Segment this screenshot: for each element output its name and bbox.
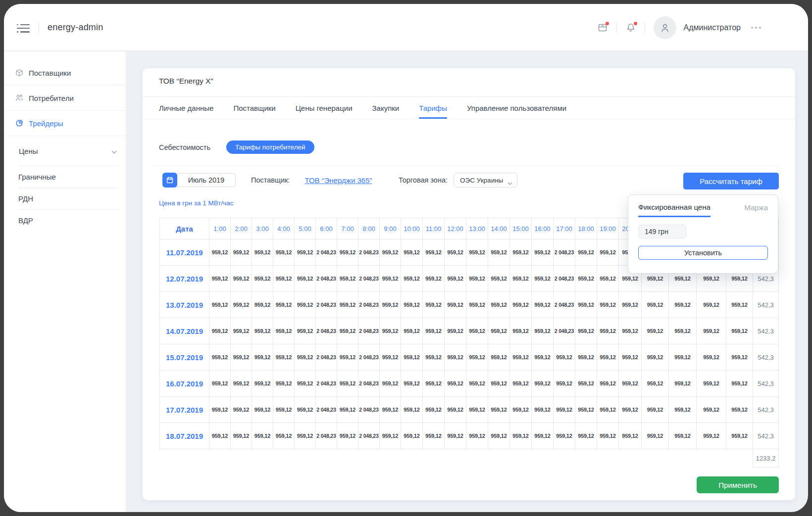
value-cell: 959,12 — [401, 397, 423, 423]
footer-total-cell: 1233,2 — [753, 449, 779, 468]
more-menu-icon[interactable] — [751, 27, 761, 29]
inbox-icon[interactable] — [597, 22, 608, 33]
value-cell: 959,12 — [488, 292, 510, 318]
value-cell: 959,12 — [231, 292, 252, 318]
value-cell: 959,12 — [337, 318, 358, 344]
hamburger-menu-icon[interactable] — [17, 22, 30, 35]
value-cell: 959,12 — [597, 371, 619, 397]
date-cell[interactable]: 15.07.2019 — [160, 344, 209, 371]
topbar: energy-admin — [4, 4, 808, 51]
sidebar-item-boundary-prices[interactable]: Граничные — [18, 166, 119, 188]
tab-user-management[interactable]: Управление пользователями — [467, 97, 566, 119]
date-cell[interactable]: 18.07.2019 — [160, 423, 209, 449]
value-cell: 959,12 — [209, 344, 231, 371]
value-cell: 959,12 — [445, 239, 466, 266]
calendar-icon[interactable] — [162, 173, 177, 188]
avatar[interactable] — [654, 16, 676, 39]
value-cell: 959,12 — [273, 397, 295, 423]
tab-purchases[interactable]: Закупки — [372, 97, 400, 119]
value-cell: 959,12 — [726, 371, 753, 397]
value-cell: 959,12 — [597, 344, 619, 371]
value-cell: 959,12 — [532, 266, 554, 292]
value-cell: 959,12 — [252, 239, 273, 266]
value-cell: 959,12 — [726, 292, 753, 318]
value-cell: 959,12 — [252, 266, 273, 292]
value-cell: 2 048,23 — [316, 239, 337, 266]
value-cell: 959,12 — [642, 318, 669, 344]
user-name[interactable]: Администратор — [684, 23, 741, 32]
tab-suppliers[interactable]: Поставщики — [233, 97, 275, 119]
value-cell: 959,12 — [337, 266, 358, 292]
value-cell: 959,12 — [273, 239, 295, 266]
zone-filter: Торговая зона: ОЭС Украины — [399, 173, 517, 188]
value-cell: 959,12 — [697, 371, 726, 397]
zone-select[interactable]: ОЭС Украины — [454, 173, 517, 188]
hour-column-header: 3:00 — [252, 218, 273, 239]
value-cell: 959,12 — [209, 292, 231, 318]
sidebar-item-suppliers[interactable]: Поставщики — [4, 60, 126, 86]
sum-cell: 542,3 — [753, 344, 779, 371]
date-cell[interactable]: 12.07.2019 — [160, 266, 209, 292]
sidebar-item-rdn[interactable]: РДН — [18, 188, 119, 209]
value-cell: 959,12 — [575, 239, 597, 266]
value-cell: 959,12 — [295, 371, 316, 397]
sidebar-item-consumers[interactable]: Потребители — [4, 86, 126, 111]
chevron-down-icon — [111, 147, 117, 155]
value-cell: 959,12 — [510, 318, 532, 344]
value-cell: 959,12 — [597, 318, 619, 344]
value-cell: 2 048,23 — [316, 344, 337, 371]
value-cell: 2 048,23 — [358, 318, 380, 344]
apply-button[interactable]: Применить — [697, 476, 779, 493]
value-cell: 959,12 — [642, 397, 669, 423]
hour-column-header: 9:00 — [380, 218, 401, 239]
value-cell: 959,12 — [337, 423, 358, 449]
set-button[interactable]: Установить — [638, 246, 768, 260]
value-cell: 2 048,23 — [554, 266, 575, 292]
supplier-filter: Поставщик: ТОВ “Энерджи 365” — [251, 173, 372, 188]
popover-tab-margin[interactable]: Маржа — [744, 203, 768, 212]
supplier-link[interactable]: ТОВ “Энерджи 365” — [304, 176, 372, 185]
hour-column-header: 19:00 — [597, 218, 619, 239]
tab-tariffs[interactable]: Тарифы — [419, 97, 447, 119]
date-cell[interactable]: 13.07.2019 — [160, 292, 209, 318]
calculate-tariff-button[interactable]: Рассчитать тариф — [683, 173, 779, 189]
value-cell: 959,12 — [337, 397, 358, 423]
cost-toggle-option[interactable]: Себестоимость — [159, 143, 210, 151]
popover-tab-fixed-price[interactable]: Фиксированная цена — [638, 203, 710, 217]
value-cell: 959,12 — [488, 239, 510, 266]
value-cell: 959,12 — [231, 239, 252, 266]
topbar-divider — [39, 23, 39, 33]
value-cell: 959,12 — [401, 239, 423, 266]
sum-cell: 542,3 — [753, 371, 779, 397]
value-cell: 959,12 — [273, 318, 295, 344]
price-input[interactable] — [638, 225, 686, 238]
tab-personal-data[interactable]: Личные данные — [159, 97, 213, 119]
value-cell: 2 048,23 — [554, 239, 575, 266]
value-cell: 959,12 — [337, 371, 358, 397]
period-field[interactable]: Июль 2019 — [177, 173, 236, 187]
tab-generation-prices[interactable]: Цены генерации — [296, 97, 353, 119]
sidebar-item-traders[interactable]: Трейдеры — [4, 111, 126, 136]
screenshot-stage: energy-admin — [0, 0, 812, 516]
value-cell: 959,12 — [401, 292, 423, 318]
value-cell: 959,12 — [488, 344, 510, 371]
date-cell[interactable]: 17.07.2019 — [160, 397, 209, 423]
value-cell: 2 048,23 — [358, 239, 380, 266]
pie-chart-icon — [15, 119, 24, 128]
value-cell: 959,12 — [252, 371, 273, 397]
sidebar-item-label: Трейдеры — [29, 119, 63, 128]
sum-cell: 542,3 — [753, 397, 779, 423]
value-cell: 959,12 — [554, 344, 575, 371]
hour-column-header: 7:00 — [337, 218, 358, 239]
date-cell[interactable]: 16.07.2019 — [160, 371, 209, 397]
date-cell[interactable]: 14.07.2019 — [160, 318, 209, 344]
bell-icon[interactable] — [625, 22, 636, 33]
date-cell[interactable]: 11.07.2019 — [160, 239, 209, 266]
hour-column-header: 15:00 — [510, 218, 532, 239]
consumer-tariffs-pill[interactable]: Тарифы потребителей — [226, 141, 314, 154]
value-cell: 959,12 — [510, 397, 532, 423]
period-picker[interactable]: Июль 2019 — [162, 173, 236, 188]
sidebar-group-prices[interactable]: Цены — [4, 136, 126, 166]
value-cell: 959,12 — [488, 397, 510, 423]
sidebar-item-vdr[interactable]: ВДР — [18, 209, 119, 231]
